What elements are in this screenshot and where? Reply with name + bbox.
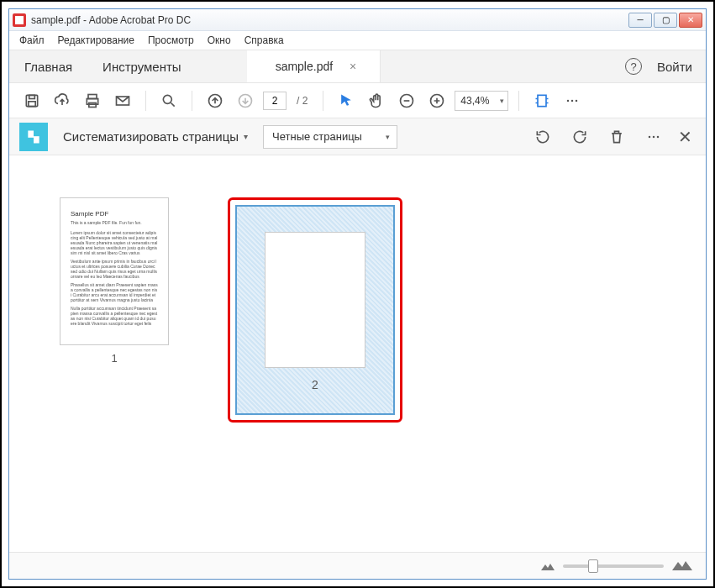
page-number-2: 2: [312, 378, 318, 391]
tab-tools[interactable]: Инструменты: [87, 50, 197, 82]
thumbnail-area: Sample PDF This is a sample PDF file. Fu…: [9, 155, 706, 552]
page-total-label: / 2: [292, 95, 313, 107]
page-preview-2: [265, 232, 365, 368]
prev-page-icon[interactable]: [202, 88, 228, 113]
svg-point-7: [163, 95, 171, 103]
svg-rect-12: [538, 95, 546, 106]
tab-home[interactable]: Главная: [9, 50, 87, 82]
tab-document-label: sample.pdf: [276, 60, 333, 73]
rotate-right-icon[interactable]: [567, 124, 592, 150]
svg-point-15: [576, 99, 578, 102]
zoom-small-icon[interactable]: [541, 559, 555, 574]
organize-pages-dropdown[interactable]: Систематизировать страницы: [56, 129, 255, 144]
zoom-dropdown[interactable]: 43,4%: [455, 91, 508, 111]
pointer-icon[interactable]: [334, 88, 359, 113]
zoom-slider[interactable]: [563, 564, 664, 568]
print-icon[interactable]: [80, 88, 105, 113]
svg-point-13: [567, 99, 570, 102]
page-number-input[interactable]: [263, 92, 287, 110]
menu-file[interactable]: Файл: [13, 34, 51, 46]
svg-rect-17: [34, 136, 39, 143]
window-title: sample.pdf - Adobe Acrobat Pro DC: [31, 14, 628, 26]
tab-close-icon[interactable]: ×: [350, 60, 356, 73]
mail-icon[interactable]: [110, 88, 135, 113]
cloud-upload-icon[interactable]: [50, 88, 75, 113]
organize-pages-bar: Систематизировать страницы Четные страни…: [9, 118, 706, 155]
hand-icon[interactable]: [364, 88, 389, 113]
zoom-out-icon[interactable]: [394, 88, 419, 113]
next-page-icon[interactable]: [233, 88, 258, 113]
maximize-button[interactable]: ▢: [654, 13, 677, 28]
selection-highlight: 2: [228, 197, 402, 423]
svg-rect-2: [29, 101, 35, 106]
rotate-left-icon[interactable]: [530, 124, 555, 150]
page-thumbnail-2[interactable]: 2: [235, 205, 395, 415]
search-icon[interactable]: [156, 88, 181, 113]
menu-view[interactable]: Просмотр: [141, 34, 201, 46]
menubar: Файл Редактирование Просмотр Окно Справк…: [9, 31, 706, 50]
organize-pages-icon[interactable]: [19, 123, 48, 151]
zoom-large-icon[interactable]: [672, 559, 692, 574]
svg-point-14: [571, 99, 574, 102]
panel-close-icon[interactable]: ✕: [675, 127, 696, 147]
svg-point-18: [649, 135, 651, 138]
more-options-icon[interactable]: [641, 124, 666, 150]
delete-icon[interactable]: [604, 124, 629, 150]
page-thumbnail-1[interactable]: Sample PDF This is a sample PDF file. Fu…: [60, 197, 169, 345]
minimize-button[interactable]: ─: [628, 13, 652, 28]
more-tools-icon[interactable]: [560, 88, 585, 113]
menu-edit[interactable]: Редактирование: [51, 34, 141, 46]
svg-rect-16: [28, 130, 34, 137]
svg-point-19: [653, 135, 655, 138]
app-icon: [13, 13, 26, 27]
page-filter-dropdown[interactable]: Четные страницы: [263, 125, 397, 149]
close-button[interactable]: ✕: [679, 13, 702, 28]
save-icon[interactable]: [19, 88, 45, 113]
svg-point-20: [657, 135, 660, 138]
statusbar: [9, 552, 706, 579]
zoom-in-icon[interactable]: [424, 88, 450, 113]
tabbar: Главная Инструменты sample.pdf × ? Войти: [9, 50, 706, 83]
svg-rect-1: [29, 95, 35, 98]
page-number-1: 1: [111, 352, 117, 365]
app-window: sample.pdf - Adobe Acrobat Pro DC ─ ▢ ✕ …: [8, 8, 707, 580]
help-icon[interactable]: ?: [625, 58, 642, 75]
fit-width-icon[interactable]: [529, 88, 555, 113]
signin-button[interactable]: Войти: [657, 60, 692, 74]
titlebar: sample.pdf - Adobe Acrobat Pro DC ─ ▢ ✕: [9, 9, 706, 31]
tab-document[interactable]: sample.pdf ×: [247, 50, 381, 82]
toolbar: / 2 43,4%: [9, 83, 706, 118]
menu-window[interactable]: Окно: [201, 34, 238, 46]
menu-help[interactable]: Справка: [238, 34, 291, 46]
